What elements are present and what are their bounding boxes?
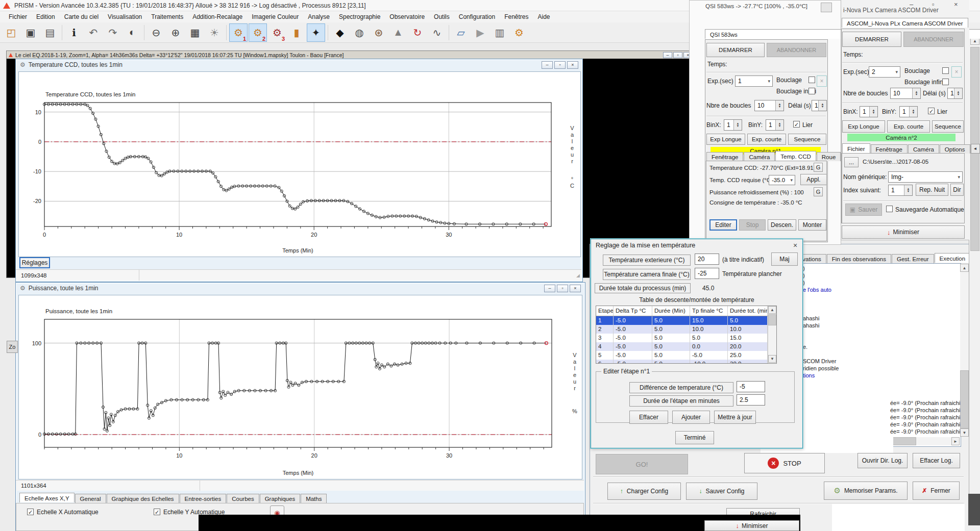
inova-bouclage-checkbox[interactable] (942, 67, 949, 74)
go-button[interactable]: GO! (596, 454, 688, 474)
mountain-icon[interactable]: ▲ (389, 23, 407, 42)
echelle-y-checkbox[interactable] (154, 509, 160, 515)
power-tab-general[interactable]: General (75, 494, 106, 503)
power-tab-entree-sorties[interactable]: Entree-sorties (180, 494, 227, 503)
close-icon[interactable]: × (567, 61, 578, 69)
panel-arrow-icon[interactable]: ▶ (471, 23, 489, 42)
qsi-stop-button[interactable]: Stop (739, 219, 766, 231)
qsi-tab-temp-ccd[interactable]: Temp. CCD (775, 151, 816, 161)
log-vscrollbar[interactable] (960, 272, 969, 428)
reglages-button[interactable]: Réglages (19, 257, 50, 268)
qsi-cancel-loop-button[interactable]: × (817, 75, 827, 87)
contrast-icon[interactable]: ◐ (123, 23, 141, 42)
qsi-tab-roue[interactable]: Roue (817, 152, 841, 161)
inova-exp-select[interactable]: 2 (869, 66, 900, 78)
inova-cancel-loop-button[interactable]: × (951, 66, 962, 78)
table-scroll-thumb[interactable] (768, 314, 776, 325)
undo-icon[interactable]: ↶ (84, 23, 103, 42)
flat-field-icon[interactable]: ☀ (205, 23, 224, 42)
menu-imagerie-couleur[interactable]: Imagerie Couleur (247, 12, 303, 21)
sauver-config-button[interactable]: ↓ Sauver Config (686, 483, 757, 500)
table-vscrollbar[interactable]: ▲ ▼ (768, 306, 777, 363)
inova-exp-longue-button[interactable]: Exp Longue (842, 120, 885, 133)
stop-button[interactable]: × STOP (744, 453, 825, 473)
inova-tab-options[interactable]: Options (940, 144, 970, 154)
ouvrir-dir-log-button[interactable]: Ouvrir Dir. Log. (857, 453, 908, 468)
inova-rep-nuit-button[interactable]: Rep. Nuit (916, 184, 948, 196)
menu-fichier[interactable]: Fichier (4, 12, 32, 21)
fermer-button[interactable]: ✗ Fermer (913, 482, 960, 500)
inova-tab[interactable]: ASCOM_i-Nova PLx Camera ASCOM Driver (842, 18, 968, 28)
diff-temp-input[interactable]: -5 (737, 381, 765, 392)
inova-tab-fen-trage[interactable]: Fenêtrage (871, 144, 908, 154)
qsi-tab-fen-trage[interactable]: Fenêtrage (706, 152, 743, 161)
qsi-biny-spinner[interactable]: 1 (766, 119, 784, 131)
inova-nbre-spinner[interactable]: 10 (890, 88, 921, 99)
power-window-titlebar[interactable]: ⚙ Puissance, toute les 1min – ▫ × (16, 283, 585, 294)
right-edge-scrollbar[interactable]: ▲ ▼ (969, 31, 980, 515)
menu-aide[interactable]: Aide (533, 12, 555, 21)
step-duration-input[interactable]: 2.5 (737, 394, 765, 406)
menu-fen-tres[interactable]: Fenêtres (500, 12, 533, 21)
inova-auto-save-checkbox[interactable] (886, 206, 893, 212)
inova-nom-select[interactable]: Img- (888, 171, 963, 183)
table-scroll-down-icon[interactable]: ▼ (768, 355, 776, 363)
table-row[interactable]: 5-5.05.0-5.025.0 (596, 351, 768, 360)
temperature-window-titlebar[interactable]: ⚙ Temperature CCD, toutes les 1min – ▫ × (16, 59, 582, 70)
close-icon[interactable]: × (954, 1, 958, 8)
resize-grip-icon[interactable]: ◢ (576, 273, 580, 278)
curve-icon[interactable]: ∿ (428, 23, 446, 42)
inova-bouclage-infini-checkbox[interactable] (942, 79, 949, 85)
columns-icon[interactable]: ▥ (491, 23, 509, 42)
log-vscroll-thumb[interactable] (960, 370, 969, 428)
effacer-button[interactable]: Effacer (629, 411, 668, 424)
tools-icon[interactable]: ⊛ (370, 23, 388, 42)
maj-button[interactable]: Maj (771, 252, 798, 266)
minimize-icon[interactable]: – (542, 61, 553, 69)
sky-titlebar[interactable]: Le ciel EQ.2018-1-19, Zoom=1, Alpha= 14h… (7, 51, 695, 59)
inova-sequence-button[interactable]: Sequence (932, 120, 964, 133)
inova-abandonner-button[interactable]: ABANDONNER (903, 32, 964, 47)
inova-demarrer-button[interactable]: DEMARRER (842, 32, 901, 47)
lens-barrel-icon[interactable]: ▮ (287, 23, 306, 42)
tab-scroll-left-icon[interactable]: ◄ (971, 144, 980, 154)
close-icon[interactable]: × (570, 285, 581, 292)
zoom-in-icon[interactable]: ⊕ (166, 23, 185, 42)
inova-exp-courte-button[interactable]: Exp. courte (887, 120, 930, 133)
menu-carte-du-ciel[interactable]: Carte du ciel (60, 12, 103, 21)
obs-tab-fin-des-observations[interactable]: Fin des observations (827, 254, 891, 263)
menu-traitements[interactable]: Traitements (146, 12, 188, 21)
menu-analyse[interactable]: Analyse (303, 12, 334, 21)
restore-icon[interactable]: ▫ (557, 285, 568, 292)
echelle-x-checkbox[interactable] (27, 509, 34, 515)
restore-icon[interactable]: ▫ (673, 52, 682, 58)
qsi-binx-spinner[interactable]: 1 (724, 119, 742, 131)
effacer-log-button[interactable]: Effacer Log. (913, 453, 960, 468)
minimize-icon[interactable]: – (544, 285, 555, 292)
log-scroll-right-icon[interactable]: ► (951, 437, 960, 445)
menu-observatoire[interactable]: Observatoire (385, 12, 429, 21)
qsi-delai-spinner[interactable]: 1 (812, 100, 827, 111)
qsi-exp-select[interactable]: 1 (735, 75, 773, 87)
layers-icon[interactable]: ▱ (452, 23, 470, 42)
inova-tab-fichier[interactable]: Fichier (842, 143, 870, 153)
obs-tab-gest-erreur[interactable]: Gest. Erreur (892, 254, 934, 263)
power-tab-echelle-axes-x-y[interactable]: Echelle Axes X,Y (19, 493, 75, 502)
pipette-drop-icon[interactable]: ◆ (331, 23, 349, 42)
final-temp-input[interactable]: -25 (695, 268, 719, 279)
qsi-demarrer-button[interactable]: DEMARRER (706, 43, 765, 57)
termine-button[interactable]: Terminé (675, 431, 714, 444)
menu-edition[interactable]: Edition (32, 12, 60, 21)
inova-dir-button[interactable]: Dir (950, 184, 964, 196)
table-row[interactable]: 1-5.05.015.05.0 (596, 316, 768, 325)
save-icon[interactable]: ▣ (21, 23, 40, 42)
inova-sauver-button[interactable]: ▣ Sauver (845, 204, 882, 216)
power-tab-courbes[interactable]: Courbes (227, 494, 259, 503)
inova-browse-button[interactable]: ... (844, 157, 859, 167)
edge-dark-tab[interactable] (968, 494, 980, 525)
dome-icon[interactable]: ◍ (350, 23, 369, 42)
power-tab-maths[interactable]: Maths (301, 494, 327, 503)
sync-icon[interactable]: ↻ (408, 23, 427, 42)
menu-outils[interactable]: Outils (429, 12, 454, 21)
log-scroll-down-icon[interactable]: ▼ (960, 428, 969, 437)
